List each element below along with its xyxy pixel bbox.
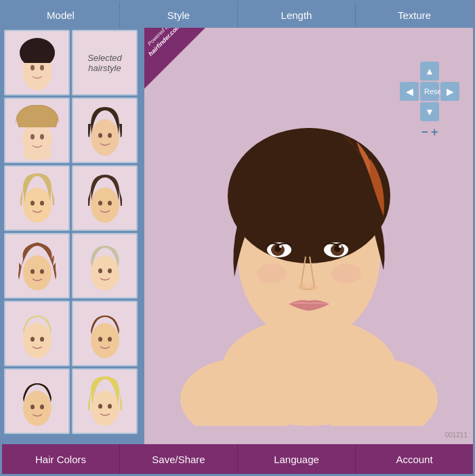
bottom-nav-language[interactable]: Language [237, 444, 355, 474]
svg-point-3 [40, 65, 44, 70]
svg-point-17 [30, 269, 35, 274]
hair-thumb-9[interactable] [4, 301, 70, 366]
svg-point-21 [108, 268, 112, 273]
bottom-nav-hair-colors[interactable]: Hair Colors [2, 444, 119, 474]
svg-point-7 [91, 119, 119, 156]
svg-point-47 [279, 245, 282, 248]
hair-thumb-11[interactable] [4, 368, 70, 434]
face-svg-10 [75, 303, 136, 364]
svg-point-43 [339, 245, 342, 248]
sidebar-row-2 [4, 165, 142, 231]
bottom-nav: Hair Colors Save/Share Language Account [2, 444, 473, 474]
face-svg-1 [7, 33, 68, 93]
face-svg-11 [7, 371, 68, 432]
svg-point-28 [23, 391, 51, 426]
sidebar: Selected hairstyle [2, 28, 144, 444]
svg-point-15 [108, 200, 112, 205]
svg-point-31 [91, 391, 119, 426]
svg-point-51 [331, 263, 361, 284]
svg-point-49 [308, 284, 318, 290]
svg-point-19 [91, 255, 119, 290]
svg-point-2 [30, 65, 35, 70]
svg-point-50 [257, 263, 287, 284]
bottom-nav-save-share[interactable]: Save/Share [119, 444, 237, 474]
svg-point-30 [40, 404, 44, 409]
hair-thumb-7[interactable] [4, 233, 70, 299]
svg-point-10 [23, 188, 51, 223]
hair-thumb-10[interactable] [72, 301, 138, 366]
powered-by-text: Powered by hairfinder.com [142, 28, 183, 58]
sidebar-row-0: Selected hairstyle [4, 30, 142, 95]
hair-thumb-8[interactable] [72, 233, 138, 299]
svg-point-33 [108, 404, 112, 408]
model-display: 001211 [144, 28, 473, 444]
svg-point-18 [40, 269, 44, 274]
hair-thumb-6[interactable] [72, 165, 138, 231]
content-area: Powered by hairfinder.com ▲ ◀ Reset ▶ [144, 28, 473, 444]
svg-point-25 [91, 323, 119, 358]
svg-point-23 [30, 337, 35, 341]
app-container: Model Style Length Texture [0, 0, 475, 476]
svg-point-26 [98, 337, 102, 341]
svg-point-6 [40, 134, 44, 139]
hair-thumb-5[interactable] [4, 165, 70, 231]
tab-length[interactable]: Length [237, 2, 355, 28]
sidebar-row-4 [4, 301, 142, 366]
tab-model[interactable]: Model [2, 2, 119, 28]
bottom-nav-account[interactable]: Account [355, 444, 473, 474]
hair-thumb-4[interactable] [72, 98, 138, 163]
svg-point-16 [23, 255, 51, 290]
svg-point-11 [30, 200, 35, 205]
svg-point-22 [23, 323, 51, 358]
face-svg-12 [75, 371, 136, 432]
sidebar-row-5 [4, 368, 142, 434]
watermark: 001211 [445, 431, 468, 439]
hair-thumb-3[interactable] [4, 98, 70, 163]
hair-thumb-12[interactable] [72, 368, 138, 434]
svg-point-5 [30, 134, 35, 139]
face-svg-7 [7, 236, 68, 297]
face-svg-3 [7, 100, 68, 161]
tab-style[interactable]: Style [119, 2, 237, 28]
face-svg-6 [75, 168, 136, 229]
svg-point-14 [98, 200, 102, 205]
hair-thumb-selected[interactable]: Selected hairstyle [72, 30, 138, 95]
face-svg-5 [7, 168, 68, 229]
svg-point-27 [108, 337, 112, 341]
top-nav: Model Style Length Texture [2, 2, 473, 28]
svg-point-9 [108, 133, 112, 137]
svg-point-20 [98, 268, 102, 273]
svg-point-32 [98, 404, 102, 408]
hair-thumb-1[interactable] [4, 30, 70, 95]
face-svg-9 [7, 303, 68, 364]
svg-point-48 [297, 284, 307, 290]
sidebar-row-1 [4, 98, 142, 163]
tab-texture[interactable]: Texture [355, 2, 473, 28]
svg-point-8 [98, 133, 102, 137]
model-svg [153, 47, 465, 426]
sidebar-row-3 [4, 233, 142, 299]
svg-point-29 [30, 404, 35, 409]
svg-point-24 [40, 337, 44, 341]
face-svg-4 [75, 100, 136, 161]
svg-point-12 [40, 200, 44, 205]
svg-point-13 [91, 188, 119, 223]
face-svg-8 [75, 236, 136, 297]
main-area: Selected hairstyle [2, 28, 473, 444]
